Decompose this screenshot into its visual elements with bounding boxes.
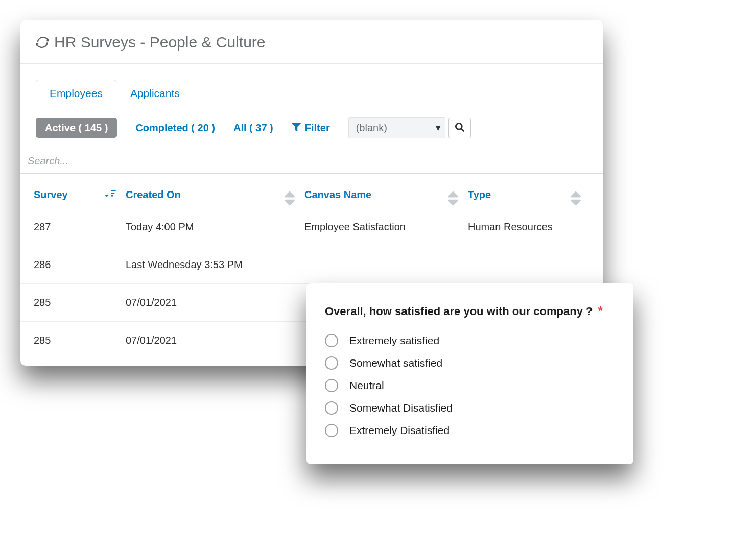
col-survey[interactable]: Survey bbox=[34, 189, 126, 201]
search-button[interactable] bbox=[448, 118, 471, 138]
radio-icon bbox=[325, 379, 338, 392]
filter-select-wrap: ▼ bbox=[348, 117, 471, 138]
panel-header: HR Surveys - People & Culture bbox=[20, 20, 603, 64]
filter-select[interactable] bbox=[348, 117, 445, 138]
col-created-on[interactable]: Created On bbox=[126, 189, 304, 201]
filter-active[interactable]: Active ( 145 ) bbox=[36, 118, 117, 138]
question-label: Overall, how satisfied are you with our … bbox=[325, 305, 593, 318]
table-row[interactable]: 287 Today 4:00 PM Employee Satisfaction … bbox=[20, 208, 603, 246]
survey-question-popup: Overall, how satisfied are you with our … bbox=[306, 283, 633, 464]
cell-canvas-name: Employee Satisfaction bbox=[304, 221, 468, 233]
sort-icon bbox=[284, 189, 295, 201]
radio-icon bbox=[325, 356, 338, 370]
option-somewhat-satisfied[interactable]: Somewhat satisfied bbox=[325, 352, 615, 374]
col-canvas-name[interactable]: Canvas Name bbox=[304, 189, 468, 201]
filter-completed[interactable]: Completed ( 20 ) bbox=[135, 122, 215, 134]
required-mark: * bbox=[598, 304, 603, 318]
option-neutral[interactable]: Neutral bbox=[325, 374, 615, 397]
cell-created-on: Today 4:00 PM bbox=[126, 221, 304, 233]
radio-icon bbox=[325, 424, 338, 437]
col-created-on-label: Created On bbox=[126, 189, 181, 201]
search-row bbox=[20, 149, 603, 174]
page-title: HR Surveys - People & Culture bbox=[54, 34, 266, 51]
cell-survey: 286 bbox=[34, 259, 126, 271]
option-somewhat-dissatisfied[interactable]: Somewhat Disatisfied bbox=[325, 397, 615, 419]
table-row[interactable]: 286 Last Wednesday 3:53 PM bbox=[20, 246, 603, 284]
tab-employees[interactable]: Employees bbox=[36, 80, 116, 107]
cell-survey: 285 bbox=[34, 297, 126, 308]
option-label: Neutral bbox=[349, 379, 384, 392]
tab-applicants[interactable]: Applicants bbox=[116, 80, 194, 107]
radio-icon bbox=[325, 334, 338, 347]
sort-icon bbox=[570, 189, 581, 201]
option-label: Extremely Disatisfied bbox=[349, 424, 450, 437]
cell-created-on: 07/01/2021 bbox=[126, 334, 304, 346]
cell-survey: 285 bbox=[34, 334, 126, 346]
option-label: Somewhat Disatisfied bbox=[349, 402, 453, 414]
filter-icon bbox=[292, 122, 301, 134]
col-canvas-name-label: Canvas Name bbox=[304, 189, 371, 201]
option-extremely-dissatisfied[interactable]: Extremely Disatisfied bbox=[325, 419, 615, 442]
cell-created-on: Last Wednesday 3:53 PM bbox=[126, 259, 304, 271]
filter-button[interactable]: Filter bbox=[292, 122, 330, 134]
refresh-icon[interactable] bbox=[36, 36, 49, 49]
radio-icon bbox=[325, 401, 338, 415]
search-icon bbox=[455, 123, 464, 133]
search-input[interactable] bbox=[20, 149, 603, 174]
toolbar: Active ( 145 ) Completed ( 20 ) All ( 37… bbox=[20, 107, 603, 149]
sort-desc-icon bbox=[105, 189, 116, 201]
tabs: Employees Applicants bbox=[20, 79, 603, 107]
filter-all[interactable]: All ( 37 ) bbox=[233, 122, 273, 134]
sort-icon bbox=[447, 189, 459, 201]
col-survey-label: Survey bbox=[34, 189, 68, 201]
col-type[interactable]: Type bbox=[468, 189, 590, 201]
filter-label: Filter bbox=[305, 122, 330, 134]
option-label: Extremely satisfied bbox=[349, 334, 439, 347]
cell-type: Human Resources bbox=[468, 221, 590, 233]
cell-survey: 287 bbox=[34, 221, 126, 233]
cell-created-on: 07/01/2021 bbox=[126, 297, 304, 308]
col-type-label: Type bbox=[468, 189, 491, 201]
option-extremely-satisfied[interactable]: Extremely satisfied bbox=[325, 329, 615, 352]
table-header: Survey Created On Canvas Name Type bbox=[20, 189, 603, 208]
question-text: Overall, how satisfied are you with our … bbox=[325, 304, 615, 318]
option-label: Somewhat satisfied bbox=[349, 357, 442, 369]
